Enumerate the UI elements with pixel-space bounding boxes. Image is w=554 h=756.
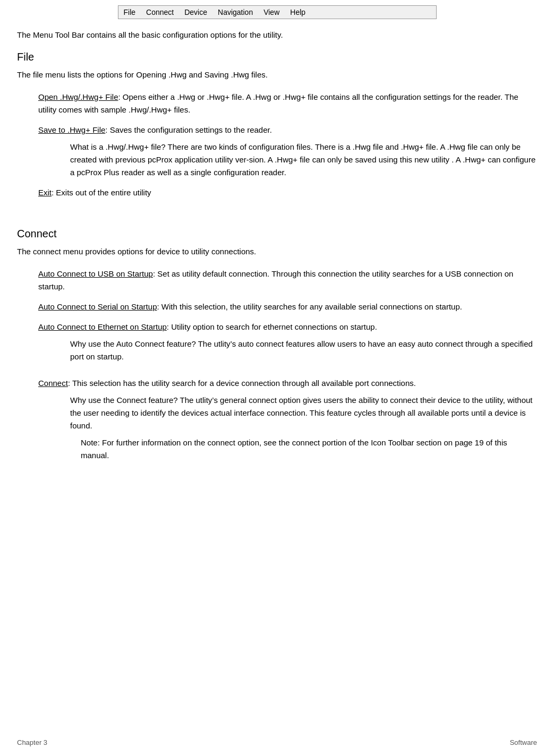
footer-chapter: Chapter 3 — [17, 738, 47, 746]
save-hwg-body: : Saves the configuration settings to th… — [105, 125, 272, 134]
connect-item-text: Connect: This selection has the utility … — [38, 377, 537, 390]
menu-device[interactable]: Device — [184, 8, 207, 16]
menu-connect[interactable]: Connect — [146, 8, 174, 16]
connect-heading: Connect — [17, 228, 537, 240]
auto-usb-heading: Auto Connect to USB on Startup — [38, 269, 153, 278]
connect-item-heading: Connect — [38, 379, 68, 388]
menu-bar: File Connect Device Navigation View Help — [118, 5, 437, 19]
intro-text: The Menu Tool Bar contains all the basic… — [17, 29, 537, 41]
connect-item-indent: Why use the Connect feature? The utlity’… — [70, 394, 537, 432]
menu-navigation[interactable]: Navigation — [218, 8, 253, 16]
auto-ethernet-body: : Utility option to search for ethernet … — [167, 322, 377, 331]
save-hwg-text: Save to .Hwg+ File: Saves the configurat… — [38, 124, 537, 136]
subsection-save-hwg: Save to .Hwg+ File: Saves the configurat… — [38, 124, 537, 179]
subsection-open-hwg: Open .Hwg/.Hwg+ File: Opens either a .Hw… — [38, 91, 537, 116]
subsection-auto-ethernet: Auto Connect to Ethernet on Startup: Uti… — [38, 321, 537, 363]
connect-item-indent2: Note: For further information on the con… — [81, 436, 537, 462]
subsection-connect-item: Connect: This selection has the utility … — [38, 377, 537, 462]
menu-help[interactable]: Help — [290, 8, 305, 16]
open-hwg-heading: Open .Hwg/.Hwg+ File — [38, 92, 118, 101]
auto-usb-text: Auto Connect to USB on Startup: Set as u… — [38, 268, 537, 293]
file-heading: File — [17, 51, 537, 63]
section-connect: Connect The connect menu provides option… — [17, 228, 537, 462]
auto-serial-heading: Auto Connect to Serial on Startup — [38, 302, 157, 311]
exit-heading: Exit — [38, 188, 52, 197]
subsection-auto-usb: Auto Connect to USB on Startup: Set as u… — [38, 268, 537, 293]
file-intro: The file menu lists the options for Open… — [17, 68, 537, 81]
auto-ethernet-heading: Auto Connect to Ethernet on Startup — [38, 322, 167, 331]
auto-ethernet-indent: Why use the Auto Connect feature? The ut… — [70, 338, 537, 363]
auto-serial-text: Auto Connect to Serial on Startup: With … — [38, 300, 537, 313]
exit-text: Exit: Exits out of the entire utility — [38, 186, 537, 199]
auto-serial-body: : With this selection, the utility searc… — [157, 302, 462, 311]
subsection-exit: Exit: Exits out of the entire utility — [38, 186, 537, 199]
footer-label: Software — [510, 738, 537, 746]
auto-ethernet-text: Auto Connect to Ethernet on Startup: Uti… — [38, 321, 537, 333]
save-hwg-indent: What is a .Hwg/.Hwg+ file? There are two… — [70, 141, 537, 179]
menu-view[interactable]: View — [263, 8, 279, 16]
menu-file[interactable]: File — [124, 8, 136, 16]
page-footer: Chapter 3 Software — [17, 738, 537, 746]
section-file: File The file menu lists the options for… — [17, 51, 537, 199]
connect-item-body: : This selection has the utility search … — [68, 379, 416, 388]
connect-intro: The connect menu provides options for de… — [17, 245, 537, 258]
open-hwg-text: Open .Hwg/.Hwg+ File: Opens either a .Hw… — [38, 91, 537, 116]
subsection-auto-serial: Auto Connect to Serial on Startup: With … — [38, 300, 537, 313]
save-hwg-heading: Save to .Hwg+ File — [38, 125, 105, 134]
exit-body: : Exits out of the entire utility — [52, 188, 151, 197]
